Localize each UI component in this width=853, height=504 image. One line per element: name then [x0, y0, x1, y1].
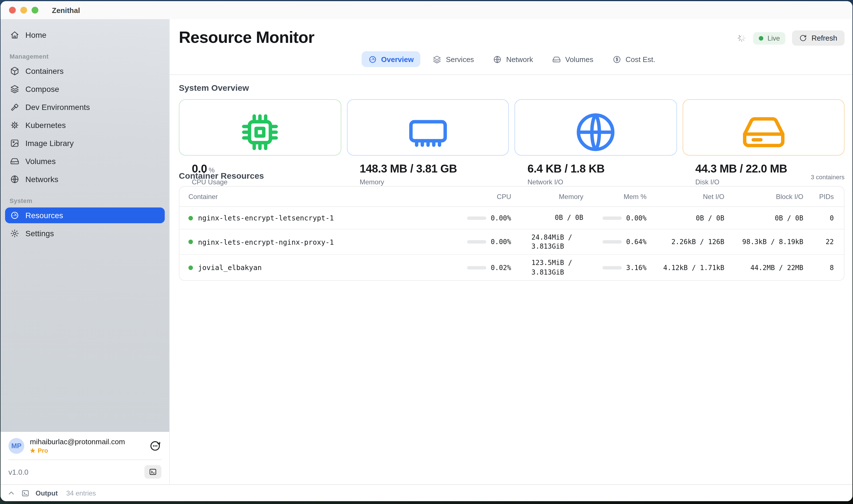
- sidebar-item-containers[interactable]: Containers: [5, 63, 165, 79]
- card-label: Network I/O: [527, 178, 664, 186]
- tab-services[interactable]: Services: [426, 51, 481, 67]
- overview-cards: 0.0% CPU Usage 148.3 MB / 3.81 GB Memory…: [179, 99, 845, 156]
- status-dot-icon: [188, 216, 193, 220]
- table-row[interactable]: nginx-lets-encrypt-letsencrypt-1 0.00% 0…: [179, 207, 844, 230]
- layers-icon: [433, 55, 441, 64]
- sidebar-item-networks[interactable]: Networks: [5, 172, 165, 187]
- plan-badge: ★ Pro: [30, 447, 143, 454]
- desktop: Zenithal Home Management Containers Comp…: [0, 0, 853, 504]
- sidebar-item-label: Home: [25, 31, 47, 39]
- sidebar-item-label: Volumes: [25, 157, 56, 166]
- live-dot-icon: [759, 36, 764, 40]
- disk-io-card: 44.3 MB / 22.0 MB Disk I/O: [682, 99, 845, 156]
- close-button[interactable]: [9, 7, 16, 14]
- memory-value: 24.84MiB / 3.813GiB: [532, 233, 583, 251]
- tab-label: Overview: [381, 55, 414, 64]
- terminal-icon: [149, 468, 157, 476]
- output-label: Output: [36, 489, 58, 497]
- sidebar-item-label: Compose: [25, 85, 59, 94]
- table-row[interactable]: jovial_elbakyan 0.02% 123.5MiB / 3.813Gi…: [179, 255, 844, 280]
- avatar: MP: [8, 438, 24, 453]
- main-header: Resource Monitor: [170, 19, 852, 75]
- home-icon: [10, 31, 19, 39]
- entries-count: 34 entries: [66, 489, 96, 497]
- pids-value: 8: [803, 264, 834, 271]
- output-bar[interactable]: Output 34 entries: [1, 484, 852, 501]
- helm-wheel-icon: [10, 121, 19, 130]
- block-io-value: 98.3kB / 8.19kB: [725, 238, 803, 246]
- user-row: MP mihaiburlac@protonmail.com ★ Pro: [8, 437, 161, 454]
- hard-drive-icon: [552, 55, 561, 64]
- cpu-value: 0.00%: [491, 238, 511, 246]
- chevron-up-icon[interactable]: [7, 489, 15, 497]
- sidebar-item-label: Resources: [25, 211, 63, 220]
- user-email: mihaiburlac@protonmail.com: [30, 437, 143, 446]
- sidebar-item-dev-environments[interactable]: Dev Environments: [5, 99, 165, 115]
- tab-label: Services: [446, 55, 474, 64]
- sidebar-footer: MP mihaiburlac@protonmail.com ★ Pro v1.0…: [1, 432, 169, 484]
- image-icon: [10, 139, 19, 148]
- terminal-icon: [21, 489, 29, 497]
- globe-icon: [493, 55, 502, 64]
- container-name: nginx-lets-encrypt-nginx-proxy-1: [198, 238, 334, 246]
- tab-network[interactable]: Network: [486, 51, 540, 67]
- sidebar-item-kubernetes[interactable]: Kubernetes: [5, 117, 165, 133]
- plan-label: Pro: [38, 447, 48, 454]
- column-container: Container: [179, 193, 437, 200]
- sidebar-item-resources[interactable]: Resources: [5, 208, 165, 223]
- tab-label: Cost Est.: [626, 55, 656, 64]
- tab-overview[interactable]: Overview: [361, 51, 421, 67]
- sidebar-item-label: Containers: [25, 67, 64, 75]
- cpu-bar: [467, 266, 486, 269]
- tab-cost-est[interactable]: Cost Est.: [606, 51, 662, 67]
- table-row[interactable]: nginx-lets-encrypt-nginx-proxy-1 0.00% 2…: [179, 230, 844, 255]
- traffic-lights: [9, 7, 38, 14]
- live-badge: Live: [753, 32, 786, 44]
- mem-pct-bar: [603, 240, 622, 244]
- tab-label: Volumes: [565, 55, 593, 64]
- hammer-icon: [10, 103, 19, 112]
- sidebar-item-volumes[interactable]: Volumes: [5, 154, 165, 169]
- loading-spinner-icon: [737, 33, 747, 43]
- hard-drive-icon: [695, 147, 832, 157]
- globe-icon: [527, 147, 664, 157]
- minimize-button[interactable]: [20, 7, 27, 14]
- card-label: Memory: [360, 178, 496, 186]
- divider: [8, 460, 161, 460]
- mem-pct-value: 3.16%: [626, 264, 646, 271]
- zoom-button[interactable]: [32, 7, 38, 14]
- mem-pct-bar: [603, 216, 622, 220]
- tab-bar: Overview Services Network Volumes: [179, 51, 845, 67]
- tab-volumes[interactable]: Volumes: [545, 51, 600, 67]
- main-panel: Resource Monitor: [170, 19, 852, 484]
- sidebar-section-system: System: [1, 190, 169, 208]
- net-io-value: 2.26kB / 126B: [646, 238, 725, 246]
- status-dot-icon: [188, 239, 193, 244]
- sidebar-item-label: Kubernetes: [25, 121, 66, 130]
- sidebar-item-home[interactable]: Home: [5, 27, 165, 43]
- column-memory: Memory: [511, 193, 583, 200]
- net-io-value: 4.12kB / 1.71kB: [646, 264, 725, 271]
- container-count: 3 containers: [811, 174, 845, 180]
- status-dot-icon: [188, 265, 193, 270]
- dollar-circle-icon: [613, 55, 621, 64]
- sidebar: Home Management Containers Compose Dev E…: [1, 19, 170, 484]
- system-overview-title: System Overview: [179, 83, 845, 92]
- cpu-bar: [467, 216, 486, 220]
- refresh-label: Refresh: [812, 34, 837, 42]
- sidebar-item-compose[interactable]: Compose: [5, 81, 165, 97]
- table-header: Container CPU Memory Mem % Net I/O Block…: [179, 186, 844, 207]
- memory-value: 123.5MiB / 3.813GiB: [532, 258, 583, 277]
- sidebar-item-image-library[interactable]: Image Library: [5, 135, 165, 151]
- gauge-icon: [368, 55, 377, 64]
- account-menu-icon[interactable]: [149, 439, 161, 452]
- cpu-bar: [467, 240, 486, 244]
- block-io-value: 44.2MB / 22MB: [725, 264, 803, 271]
- sidebar-item-label: Dev Environments: [25, 103, 90, 112]
- sidebar-item-settings[interactable]: Settings: [5, 226, 165, 241]
- sidebar-section-management: Management: [1, 45, 169, 63]
- block-io-value: 0B / 0B: [725, 214, 803, 222]
- pids-value: 0: [803, 214, 834, 222]
- terminal-button[interactable]: [144, 465, 161, 479]
- refresh-button[interactable]: Refresh: [793, 31, 845, 46]
